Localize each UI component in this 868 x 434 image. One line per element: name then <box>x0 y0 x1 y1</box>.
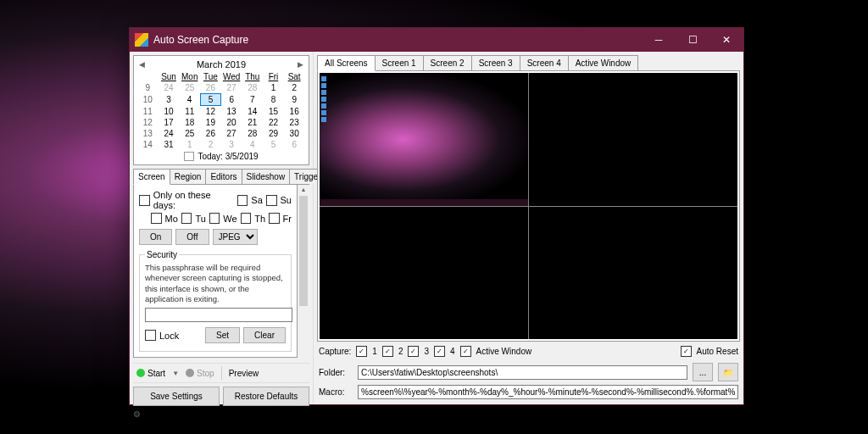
tab-screen[interactable]: Screen <box>133 169 170 185</box>
calendar-day[interactable]: 22 <box>263 117 284 128</box>
calendar-day[interactable]: 27 <box>221 82 242 94</box>
tab-screen-4[interactable]: Screen 4 <box>520 55 569 70</box>
calendar-day[interactable]: 19 <box>200 117 221 128</box>
cal-next-icon[interactable]: ▶ <box>296 60 305 69</box>
calendar-day[interactable]: 2 <box>200 139 221 150</box>
calendar-day[interactable]: 26 <box>200 82 221 94</box>
calendar-day[interactable]: 25 <box>179 82 200 94</box>
calendar-day[interactable]: 13 <box>221 106 242 118</box>
tab-slideshow[interactable]: Slideshow <box>242 169 291 184</box>
capture-2-checkbox[interactable] <box>382 346 393 357</box>
screen-2-preview[interactable] <box>529 73 737 206</box>
calendar-day[interactable]: 29 <box>263 128 284 139</box>
sa-checkbox[interactable] <box>237 195 248 206</box>
calendar-month[interactable]: March 2019 <box>197 59 246 70</box>
capture-aw-checkbox[interactable] <box>460 346 471 357</box>
format-select[interactable]: JPEG <box>213 229 258 245</box>
calendar-day[interactable]: 28 <box>242 128 263 139</box>
screen-1-preview[interactable] <box>320 73 528 206</box>
restore-defaults-button[interactable]: Restore Defaults <box>223 387 309 406</box>
capture-4-checkbox[interactable] <box>434 346 445 357</box>
on-button[interactable]: On <box>139 229 172 245</box>
start-dropdown-icon[interactable]: ▼ <box>172 370 179 377</box>
calendar-day[interactable]: 1 <box>263 82 284 94</box>
calendar-day[interactable]: 5 <box>263 139 284 150</box>
scroll-thumb[interactable] <box>299 196 308 306</box>
tab-all-screens[interactable]: All Screens <box>317 55 376 71</box>
calendar-day[interactable]: 12 <box>200 106 221 118</box>
tab-editors[interactable]: Editors <box>205 169 242 184</box>
folder-input[interactable] <box>358 365 687 380</box>
calendar-day[interactable]: 9 <box>284 94 305 106</box>
lock-checkbox[interactable] <box>145 330 156 341</box>
calendar-day[interactable]: 28 <box>242 82 263 94</box>
save-settings-button[interactable]: Save Settings <box>133 387 220 406</box>
calendar-day[interactable]: 15 <box>263 106 284 118</box>
capture-1-checkbox[interactable] <box>356 346 367 357</box>
screen-3-preview[interactable] <box>320 207 528 340</box>
cal-prev-icon[interactable]: ◀ <box>137 60 147 69</box>
calendar-day[interactable]: 1 <box>179 139 200 150</box>
calendar-day[interactable]: 3 <box>221 139 242 150</box>
calendar-day[interactable]: 14 <box>242 106 263 118</box>
tu-checkbox[interactable] <box>181 213 192 224</box>
we-checkbox[interactable] <box>209 213 220 224</box>
calendar-day[interactable]: 17 <box>159 117 180 128</box>
tab-active-window[interactable]: Active Window <box>568 55 639 70</box>
calendar-day[interactable]: 21 <box>242 117 263 128</box>
auto-reset-checkbox[interactable] <box>681 346 692 357</box>
calendar-day[interactable]: 31 <box>159 139 180 150</box>
calendar-day[interactable]: 7 <box>242 94 263 106</box>
options-button[interactable]: ⚙ Options ▼ <box>133 409 309 419</box>
calendar-today[interactable]: Today: 3/5/2019 <box>137 150 305 163</box>
calendar-day[interactable]: 24 <box>159 82 180 94</box>
calendar-day[interactable]: 2 <box>284 82 305 94</box>
calendar-day[interactable]: 24 <box>159 128 180 139</box>
calendar-day[interactable]: 20 <box>221 117 242 128</box>
macro-input[interactable] <box>358 385 738 399</box>
clear-button[interactable]: Clear <box>243 327 286 343</box>
calendar-day[interactable]: 10 <box>159 106 180 118</box>
start-button[interactable]: Start <box>133 367 169 380</box>
capture-3-checkbox[interactable] <box>408 346 419 357</box>
tab-region[interactable]: Region <box>170 169 207 184</box>
calendar-day[interactable]: 5 <box>200 94 221 106</box>
minimize-button[interactable]: ─ <box>642 28 676 52</box>
calendar-day[interactable]: 23 <box>284 117 305 128</box>
tab-screen-3[interactable]: Screen 3 <box>471 55 520 70</box>
calendar-day[interactable]: 6 <box>284 139 305 150</box>
calendar-day[interactable]: 26 <box>200 128 221 139</box>
calendar-day[interactable]: 4 <box>242 139 263 150</box>
browse-button[interactable]: ... <box>693 363 713 381</box>
maximize-button[interactable]: ☐ <box>676 28 709 52</box>
calendar-day[interactable]: 4 <box>179 94 200 106</box>
th-checkbox[interactable] <box>241 213 252 224</box>
screen-4-preview[interactable] <box>529 207 737 340</box>
calendar-day[interactable]: 27 <box>221 128 242 139</box>
tab-screen-1[interactable]: Screen 1 <box>375 55 424 70</box>
only-days-checkbox[interactable] <box>139 195 150 206</box>
calendar-day[interactable]: 8 <box>263 94 284 106</box>
stop-button[interactable]: Stop <box>182 367 218 380</box>
calendar-day[interactable]: 3 <box>159 94 180 106</box>
calendar-day[interactable]: 30 <box>284 128 305 139</box>
tab-screen-2[interactable]: Screen 2 <box>423 55 472 70</box>
passphrase-input[interactable] <box>145 308 292 322</box>
scroll-up-icon[interactable]: ▲ <box>299 185 309 194</box>
set-button[interactable]: Set <box>205 327 240 343</box>
calendar-day[interactable]: 16 <box>284 106 305 118</box>
close-button[interactable]: ✕ <box>709 28 743 52</box>
off-button[interactable]: Off <box>175 229 209 245</box>
scrollbar[interactable]: ▲ <box>298 185 309 357</box>
su-checkbox[interactable] <box>266 195 277 206</box>
calendar-day[interactable]: 25 <box>179 128 200 139</box>
calendar-day[interactable]: 6 <box>221 94 242 106</box>
mo-checkbox[interactable] <box>151 213 162 224</box>
calendar-day[interactable]: 18 <box>179 117 200 128</box>
preview-button[interactable]: Preview <box>225 367 263 380</box>
calendar-day[interactable]: 11 <box>179 106 200 118</box>
calendar[interactable]: ◀ March 2019 ▶ SunMonTueWedThuFriSat9242… <box>133 55 309 165</box>
open-folder-button[interactable]: 📁 <box>718 363 738 381</box>
fr-checkbox[interactable] <box>269 213 280 224</box>
titlebar[interactable]: Auto Screen Capture ─ ☐ ✕ <box>130 28 743 52</box>
